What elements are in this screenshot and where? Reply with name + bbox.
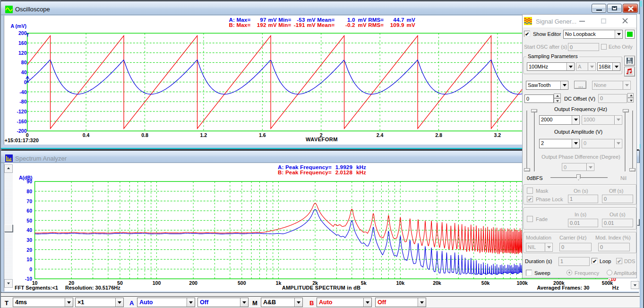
svg-text:-200: -200 bbox=[17, 128, 26, 134]
svg-text:-191: -191 bbox=[293, 22, 305, 27]
svg-text:200: 200 bbox=[189, 280, 197, 286]
svg-text:B: Max=: B: Max= bbox=[229, 22, 250, 27]
svg-text:2.4: 2.4 bbox=[376, 132, 383, 138]
svg-text:B: Peak Frequency=: B: Peak Frequency= bbox=[278, 170, 332, 175]
svg-text:-10: -10 bbox=[25, 276, 32, 282]
svg-text:10k: 10k bbox=[396, 280, 405, 286]
svg-text:2.0128: 2.0128 bbox=[335, 170, 353, 175]
svg-text:-80: -80 bbox=[19, 99, 26, 104]
svg-text:1.9929: 1.9929 bbox=[335, 164, 352, 170]
svg-text:mV: mV bbox=[406, 22, 415, 27]
svg-text:-0.2: -0.2 bbox=[345, 22, 355, 27]
svg-text:AMPLITUDE SPECTRUM in dB: AMPLITUDE SPECTRUM in dB bbox=[282, 285, 361, 291]
svg-text:20k: 20k bbox=[433, 280, 441, 286]
svg-text:60: 60 bbox=[26, 208, 32, 214]
svg-text:0.4: 0.4 bbox=[82, 132, 89, 138]
svg-text:100k: 100k bbox=[517, 280, 528, 286]
svg-text:Hz: Hz bbox=[612, 285, 619, 291]
svg-text:Averaged Frames: 30: Averaged Frames: 30 bbox=[537, 285, 590, 291]
svg-text:50k: 50k bbox=[481, 280, 490, 286]
svg-text:+15:01:17:320: +15:01:17:320 bbox=[4, 137, 38, 143]
svg-text:-40: -40 bbox=[19, 89, 26, 94]
svg-text:90: 90 bbox=[26, 179, 32, 184]
svg-text:30: 30 bbox=[26, 237, 32, 243]
svg-text:mV RMS=: mV RMS= bbox=[358, 22, 384, 27]
svg-text:0: 0 bbox=[29, 266, 32, 272]
svg-text:0.8: 0.8 bbox=[141, 132, 148, 138]
svg-text:50: 50 bbox=[26, 218, 32, 223]
svg-text:kHz: kHz bbox=[356, 164, 366, 170]
svg-text:120: 120 bbox=[18, 50, 26, 55]
svg-text:192: 192 bbox=[257, 22, 266, 27]
svg-text:160: 160 bbox=[18, 40, 26, 46]
svg-text:kHz: kHz bbox=[356, 170, 366, 175]
svg-text:5k: 5k bbox=[361, 280, 367, 286]
svg-text:A: Peak Frequency=: A: Peak Frequency= bbox=[278, 164, 332, 170]
svg-text:FFT Segments:<1: FFT Segments:<1 bbox=[15, 285, 58, 291]
svg-text:2.8: 2.8 bbox=[435, 132, 442, 138]
svg-text:40: 40 bbox=[26, 227, 32, 233]
svg-text:20: 20 bbox=[26, 247, 32, 253]
svg-text:200: 200 bbox=[18, 30, 26, 36]
svg-text:1.6: 1.6 bbox=[258, 132, 266, 138]
svg-text:500: 500 bbox=[238, 280, 246, 286]
svg-text:1k: 1k bbox=[276, 280, 282, 286]
svg-text:1.2: 1.2 bbox=[200, 132, 207, 138]
svg-text:-120: -120 bbox=[17, 108, 26, 114]
svg-text:WAVEFORM: WAVEFORM bbox=[306, 137, 338, 142]
svg-text:Resolution: 30.5176Hz: Resolution: 30.5176Hz bbox=[65, 285, 120, 291]
svg-text:3.2: 3.2 bbox=[494, 132, 501, 138]
svg-text:10: 10 bbox=[26, 257, 32, 262]
svg-text:70: 70 bbox=[26, 198, 32, 204]
svg-text:A (mV): A (mV) bbox=[10, 23, 26, 28]
svg-text:80: 80 bbox=[26, 188, 32, 194]
svg-text:-160: -160 bbox=[17, 118, 26, 124]
svg-text:100: 100 bbox=[153, 280, 161, 286]
svg-text:mV Mean=: mV Mean= bbox=[307, 22, 335, 27]
svg-text:mV Min=: mV Min= bbox=[268, 22, 291, 27]
svg-text:109.9: 109.9 bbox=[390, 22, 404, 27]
svg-text:80: 80 bbox=[21, 60, 26, 65]
svg-text:40: 40 bbox=[21, 69, 26, 75]
